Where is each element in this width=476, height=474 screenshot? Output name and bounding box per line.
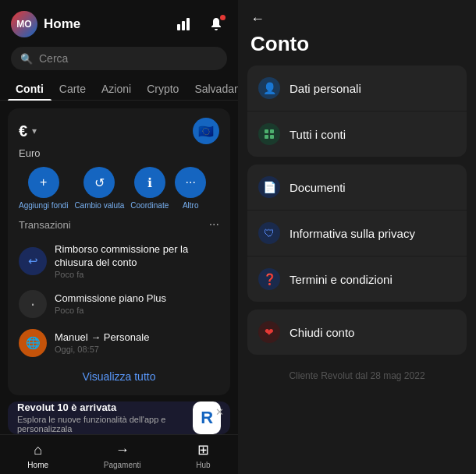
right-panel-title: Conto — [238, 32, 476, 65]
menu-item-tutti-conti[interactable]: Tutti i conti — [247, 111, 467, 157]
svg-rect-1 — [182, 21, 185, 30]
more-icon: ··· — [175, 167, 206, 198]
menu-item-documenti[interactable]: 📄 Documenti — [247, 164, 467, 210]
left-panel: MO Home 🔍 Cerca Cont — [0, 0, 238, 474]
hub-nav-icon: ⊞ — [197, 441, 209, 458]
exchange-button[interactable]: ↺ Cambio valuta — [74, 167, 124, 210]
svg-rect-2 — [186, 18, 190, 30]
home-title: Home — [44, 16, 172, 32]
add-funds-label: Aggiungi fondi — [19, 201, 68, 210]
all-accounts-icon — [258, 123, 280, 145]
top-bar: MO Home — [0, 0, 238, 44]
tx-avatar-2: 🌐 — [19, 329, 47, 357]
personal-data-label: Dati personali — [290, 82, 361, 95]
svg-rect-0 — [177, 24, 180, 30]
menu-item-dati-personali[interactable]: 👤 Dati personali — [247, 65, 467, 111]
notification-icon-btn[interactable] — [205, 13, 227, 35]
tabs-row: Conti Carte Azioni Crypto Salvadanai — [0, 78, 238, 101]
documents-icon: 📄 — [258, 176, 280, 198]
nav-home[interactable]: ⌂ Home — [27, 442, 48, 469]
add-funds-button[interactable]: + Aggiungi fondi — [19, 167, 68, 210]
svg-rect-6 — [270, 135, 274, 139]
right-panel: ← Conto 👤 Dati personali Tutti i conti 📄… — [238, 0, 476, 474]
tx-time-0: Poco fa — [55, 270, 219, 279]
search-bar[interactable]: 🔍 Cerca — [11, 47, 227, 70]
action-buttons: + Aggiungi fondi ↺ Cambio valuta ℹ Coord… — [19, 167, 219, 210]
stats-icon-btn[interactable] — [172, 13, 194, 35]
terms-icon: ❓ — [258, 268, 280, 290]
svg-rect-3 — [265, 129, 268, 133]
tab-crypto[interactable]: Crypto — [139, 78, 186, 100]
privacy-label: Informativa sulla privacy — [290, 227, 415, 240]
more-button[interactable]: ··· Altro — [175, 167, 206, 210]
back-arrow-icon[interactable]: ← — [250, 11, 265, 27]
bar-chart-icon — [176, 16, 191, 32]
nav-payments[interactable]: → Pagamenti — [104, 442, 141, 469]
exchange-icon: ↺ — [83, 167, 115, 198]
account-card: € ▾ 🇪🇺 Euro + Aggiungi fondi ↺ Cambio va… — [8, 108, 230, 395]
coordinates-label: Coordinate — [130, 201, 169, 210]
notification-dot — [220, 15, 226, 20]
all-accounts-label: Tutti i conti — [290, 128, 346, 141]
client-since: Cliente Revolut dal 28 mag 2022 — [238, 363, 476, 389]
menu-item-chiudi-conto[interactable]: ❤ Chiudi conto — [247, 310, 467, 355]
dropdown-arrow-icon: ▾ — [32, 126, 37, 136]
promo-banner[interactable]: Revolut 10 è arrivata Esplora le nuove f… — [8, 401, 230, 434]
currency-row[interactable]: € ▾ — [19, 122, 37, 140]
home-nav-icon: ⌂ — [34, 442, 42, 458]
transaction-item-1[interactable]: · Commissione piano Plus Poco fa — [19, 285, 219, 324]
transactions-header: Transazioni ··· — [19, 218, 219, 232]
tx-time-2: Oggi, 08:57 — [55, 345, 219, 354]
documents-label: Documenti — [290, 181, 346, 194]
account-header: € ▾ 🇪🇺 — [19, 118, 219, 144]
tab-carte[interactable]: Carte — [52, 78, 94, 100]
menu-item-privacy[interactable]: 🛡 Informativa sulla privacy — [247, 210, 467, 256]
tab-salvadanai[interactable]: Salvadanai — [186, 78, 238, 100]
add-funds-icon: + — [28, 167, 59, 198]
coordinates-icon: ℹ — [134, 167, 165, 198]
transaction-item-2[interactable]: 🌐 Manuel → Personale Oggi, 08:57 — [19, 324, 219, 363]
view-all-button[interactable]: Visualizza tutto — [19, 363, 219, 386]
close-account-label: Chiudi conto — [290, 326, 354, 339]
promo-desc: Esplora le nuove funzionalità dell'app e… — [17, 415, 193, 433]
currency-label: Euro — [19, 147, 219, 159]
menu-group-2: ❤ Chiudi conto — [247, 310, 467, 355]
right-top-bar: ← — [238, 0, 476, 32]
more-label: Altro — [183, 201, 199, 210]
tx-title-2: Manuel → Personale — [55, 331, 219, 345]
exchange-label: Cambio valuta — [74, 201, 124, 210]
close-promo-button[interactable]: ✕ — [215, 406, 224, 418]
search-placeholder-text: Cerca — [39, 52, 68, 65]
close-account-icon: ❤ — [258, 321, 280, 343]
tx-time-1: Poco fa — [55, 306, 219, 315]
transactions-title: Transazioni — [19, 219, 71, 231]
currency-symbol: € — [19, 122, 27, 140]
menu-group-1: 📄 Documenti 🛡 Informativa sulla privacy … — [247, 164, 467, 302]
nav-hub[interactable]: ⊞ Hub — [196, 441, 210, 469]
coordinates-button[interactable]: ℹ Coordinate — [130, 167, 169, 210]
terms-label: Termini e condizioni — [290, 273, 393, 286]
transactions-more-icon[interactable]: ··· — [209, 218, 219, 232]
top-icons — [172, 13, 227, 35]
menu-group-0: 👤 Dati personali Tutti i conti — [247, 65, 467, 157]
search-icon: 🔍 — [20, 53, 33, 65]
bottom-nav: ⌂ Home → Pagamenti ⊞ Hub — [0, 434, 238, 474]
avatar[interactable]: MO — [11, 11, 37, 37]
privacy-icon: 🛡 — [258, 222, 280, 244]
promo-title: Revolut 10 è arrivata — [17, 401, 193, 413]
svg-rect-5 — [265, 135, 268, 139]
tx-avatar-1: · — [19, 290, 47, 318]
tab-conti[interactable]: Conti — [8, 78, 52, 100]
tx-avatar-0: ↩ — [19, 247, 47, 275]
tx-title-1: Commissione piano Plus — [55, 292, 219, 306]
payments-nav-icon: → — [115, 442, 130, 458]
eu-flag-icon: 🇪🇺 — [193, 118, 219, 144]
menu-item-termini[interactable]: ❓ Termini e condizioni — [247, 256, 467, 302]
personal-data-icon: 👤 — [258, 77, 280, 99]
transaction-item[interactable]: ↩ Rimborso commissione per la chiusura d… — [19, 238, 219, 285]
tab-azioni[interactable]: Azioni — [94, 78, 139, 100]
tx-title-0: Rimborso commissione per la chiusura del… — [55, 243, 219, 270]
svg-rect-4 — [270, 129, 274, 133]
